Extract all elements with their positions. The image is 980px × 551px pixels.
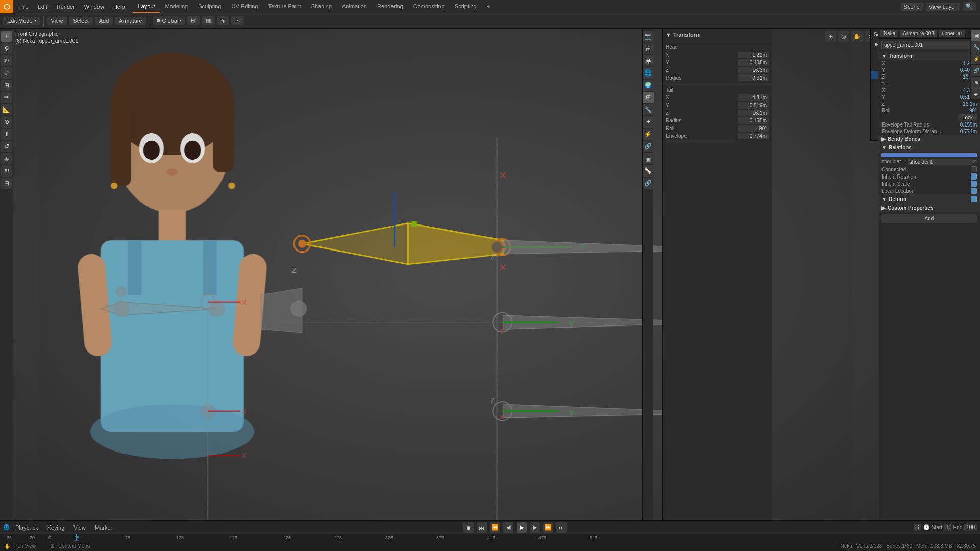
start-frame-value[interactable]: 1 [944, 524, 951, 531]
head-x-value[interactable]: 1.22m [738, 52, 769, 58]
inherit-rotation-checkbox[interactable] [971, 173, 977, 180]
tl-jump-end-button[interactable]: ⏭ [556, 522, 567, 533]
tl-next-keyframe-button[interactable]: ⏩ [543, 522, 553, 533]
tl-prev-keyframe-button[interactable]: ⏪ [490, 522, 500, 533]
bone-tab-1[interactable]: ▣ [971, 30, 980, 41]
prop-tab-constraints[interactable]: 🔗 [643, 141, 654, 152]
menu-edit[interactable]: Edit [34, 3, 52, 11]
menu-render[interactable]: Render [53, 3, 79, 11]
prop-tab-bone-constraints[interactable]: 🔗 [643, 178, 654, 189]
tail-y-value[interactable]: 0.519m [738, 102, 769, 109]
head-y-value[interactable]: 0.408m [738, 59, 769, 66]
end-frame-value[interactable]: 100 [964, 524, 977, 531]
add-menu[interactable]: Add [95, 17, 113, 25]
bone-transform-section[interactable]: ▼ Transform [878, 52, 980, 60]
timeline-marker-menu[interactable]: Marker [92, 524, 115, 531]
bone-roll-value[interactable]: -90° [968, 108, 977, 113]
parent-tab-neka[interactable]: Neka [880, 30, 898, 37]
transform-dropdown[interactable]: ⊕ Global ▾ [153, 16, 185, 25]
tail-envelope-value[interactable]: 0.774m [738, 133, 769, 139]
tab-modeling[interactable]: Modeling [160, 0, 193, 13]
tool-scale[interactable]: ⤢ [1, 67, 12, 79]
bone-head-y-value[interactable]: 0.408m [890, 67, 977, 73]
connected-checkbox[interactable] [971, 166, 977, 172]
tool-relax[interactable]: ≋ [1, 165, 12, 177]
bendy-bones-section[interactable]: ▶ Bendy Bones [878, 135, 980, 143]
deform-checkbox[interactable] [971, 196, 977, 202]
bone-tab-6[interactable]: ◈ [971, 88, 980, 99]
timeline-view-menu[interactable]: View [70, 524, 89, 531]
timeline-globe-icon[interactable]: 🌐 [3, 524, 9, 530]
viewport-hand-icon[interactable]: ✋ [851, 31, 863, 42]
viewport-grid-icon[interactable]: ⊞ [825, 31, 836, 42]
tool-measure[interactable]: 📐 [1, 104, 12, 115]
bone-parent-selector[interactable]: shoulder L [908, 159, 972, 165]
prop-tab-scene[interactable]: 🌐 [643, 67, 654, 79]
tool-cursor[interactable]: ✛ [1, 31, 12, 42]
tab-animation[interactable]: Animation [337, 0, 372, 13]
prop-tab-data[interactable]: ▣ [643, 153, 654, 164]
head-radius-value[interactable]: 0.31m [738, 74, 769, 81]
tl-jump-start-button[interactable]: ⏮ [477, 522, 487, 533]
tool-bone-size[interactable]: ◈ [1, 153, 12, 164]
tail-roll-value[interactable]: -90° [738, 125, 769, 132]
prop-tab-output[interactable]: 🖨 [643, 43, 654, 54]
tab-sculpting[interactable]: Sculpting [193, 0, 226, 13]
bone-head-z-value[interactable]: 16.3m [890, 74, 977, 80]
bone-tab-3[interactable]: ⚡ [971, 53, 980, 64]
tool-bone-edit[interactable]: ⊟ [1, 178, 12, 189]
tab-add[interactable]: + [482, 0, 495, 13]
tab-texture-paint[interactable]: Texture Paint [263, 0, 306, 13]
menu-window[interactable]: Window [80, 3, 108, 11]
viewport-overlay-icon[interactable]: ◎ [838, 31, 849, 42]
tl-play-button[interactable]: ▶ [517, 522, 527, 533]
envelope-deform-dist-value[interactable]: 0.774m [960, 129, 977, 134]
prop-tab-render[interactable]: 📷 [643, 31, 654, 42]
menu-file[interactable]: File [15, 3, 33, 11]
prop-tab-particles[interactable]: ✦ [643, 116, 654, 128]
timeline-keying-menu[interactable]: Keying [44, 524, 68, 531]
custom-properties-section[interactable]: ▶ Custom Properties [878, 204, 980, 212]
tab-layout[interactable]: Layout [133, 0, 160, 13]
transform-icon-1[interactable]: ⊞ [187, 16, 200, 25]
current-frame-value[interactable]: 6 [914, 524, 921, 531]
prop-tab-world[interactable]: 🌍 [643, 80, 654, 91]
prop-tab-view-layer[interactable]: ◉ [643, 55, 654, 66]
timeline-playback-menu[interactable]: Playback [12, 524, 41, 531]
tool-transform[interactable]: ⊞ [1, 80, 12, 91]
bone-parent-clear[interactable]: ✕ [973, 159, 977, 165]
bone-lock-button[interactable]: Lock [958, 114, 977, 121]
transform-icon-2[interactable]: ▦ [202, 16, 215, 25]
tool-rotate[interactable]: ↻ [1, 55, 12, 66]
bone-head-x-value[interactable]: 1.22m [890, 61, 977, 66]
bone-tail-y-value[interactable]: 0.519m [890, 94, 977, 100]
parent-tab-upper-arm[interactable]: upper_ar [939, 30, 965, 37]
tab-uv-editing[interactable]: UV Editing [226, 0, 263, 13]
tool-move[interactable]: ✥ [1, 43, 12, 54]
tail-radius-value[interactable]: 0.155m [738, 117, 769, 124]
tool-roll[interactable]: ↺ [1, 141, 12, 152]
add-button[interactable]: Add [881, 214, 977, 223]
bone-tab-4[interactable]: 🔗 [971, 65, 980, 76]
tool-extrude[interactable]: ⬆ [1, 129, 12, 140]
local-location-checkbox[interactable] [971, 188, 977, 194]
envelope-tail-radius-value[interactable]: 0.155m [960, 122, 977, 128]
relations-section[interactable]: ▼ Relations [878, 143, 980, 152]
head-z-value[interactable]: 16.3m [738, 67, 769, 73]
select-menu[interactable]: Select [69, 17, 93, 25]
mode-dropdown[interactable]: Edit Mode ▾ [3, 17, 40, 25]
bone-tail-x-value[interactable]: 4.31m [890, 88, 977, 93]
tab-shading[interactable]: Shading [306, 0, 337, 13]
search-button[interactable]: 🔍 [963, 2, 976, 11]
bone-tab-2[interactable]: 🔧 [971, 41, 980, 53]
tl-next-frame-button[interactable]: ▶ [530, 522, 540, 533]
menu-help[interactable]: Help [109, 3, 129, 11]
object-menu[interactable]: Armature [115, 17, 146, 25]
transform-icon-4[interactable]: ⊡ [231, 16, 244, 25]
prop-tab-physics[interactable]: ⚡ [643, 129, 654, 140]
tab-rendering[interactable]: Rendering [372, 0, 408, 13]
prop-tab-bone[interactable]: 🦴 [643, 165, 654, 177]
inherit-scale-checkbox[interactable] [971, 181, 977, 187]
scene-selector[interactable]: Scene [901, 3, 923, 11]
transform-icon-3[interactable]: ◈ [217, 16, 229, 25]
